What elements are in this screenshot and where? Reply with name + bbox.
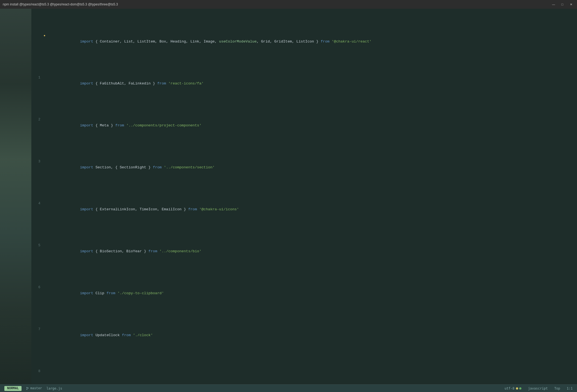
table-row: 8	[31, 368, 577, 374]
table-row: 6 import Clip from './copy-to-clipboard'	[31, 284, 577, 302]
title-bar: npm install @types/react@ts5.3 @types/re…	[0, 0, 577, 9]
svg-point-0	[26, 387, 27, 388]
status-bar: NORMAL master large.js utf-8	[0, 384, 577, 392]
dot-indicator	[516, 387, 518, 390]
branch-icon	[26, 387, 29, 390]
svg-point-1	[26, 389, 27, 390]
table-row: 1 import { FaGithubAlt, FaLinkedin } fro…	[31, 75, 577, 93]
table-row: 4 import { ExternalLinkIcon, TimeIcon, E…	[31, 200, 577, 218]
main-window: npm install @types/react@ts5.3 @types/re…	[0, 0, 577, 392]
window-title: npm install @types/react@ts5.3 @types/re…	[3, 2, 118, 6]
encoding: utf-8	[505, 387, 521, 390]
branch-name: master	[30, 387, 42, 390]
cursor-position: 1:1	[567, 387, 573, 390]
table-row: 2 import { Meta } from '../components/pr…	[31, 117, 577, 135]
maximize-button[interactable]: □	[559, 2, 566, 7]
code-editor[interactable]: ● import { Container, List, ListItem, Bo…	[31, 9, 577, 384]
file-format: javascript	[528, 387, 548, 390]
table-row: 3 import Section, { SectionRight } from …	[31, 159, 577, 177]
table-row: 7 import UpdateClock from './clock'	[31, 326, 577, 344]
status-right: utf-8 javascript Top 1:1	[505, 387, 573, 390]
line-gutter	[0, 9, 31, 384]
status-left: NORMAL master large.js	[4, 386, 62, 391]
table-row: 5 import { BioSection, BioYear } from '.…	[31, 242, 577, 260]
filename: large.js	[46, 387, 62, 390]
code-content: ● import { Container, List, ListItem, Bo…	[31, 9, 577, 384]
minimize-button[interactable]: —	[550, 2, 557, 7]
dot-indicator-2	[519, 387, 521, 390]
vim-mode: NORMAL	[4, 386, 22, 391]
window-controls: — □ ✕	[550, 2, 574, 7]
git-branch: master	[26, 387, 42, 390]
close-button[interactable]: ✕	[568, 2, 574, 7]
table-row: ● import { Container, List, ListItem, Bo…	[31, 33, 577, 51]
editor-area: ● import { Container, List, ListItem, Bo…	[0, 9, 577, 384]
scroll-position: Top	[554, 387, 560, 390]
